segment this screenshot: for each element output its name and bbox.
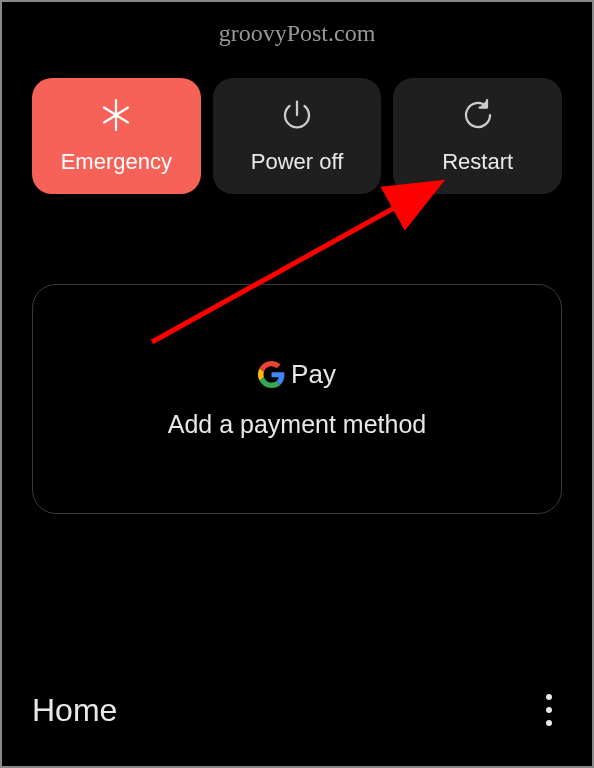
watermark-text: groovyPost.com <box>219 20 376 47</box>
dot-icon <box>546 720 552 726</box>
pay-brand-text: Pay <box>291 359 336 390</box>
medical-star-icon <box>98 97 134 139</box>
google-pay-logo: Pay <box>258 359 336 390</box>
dot-icon <box>546 694 552 700</box>
emergency-button[interactable]: Emergency <box>32 78 201 194</box>
power-icon <box>279 97 315 139</box>
dot-icon <box>546 707 552 713</box>
home-label: Home <box>32 692 117 729</box>
google-pay-card[interactable]: Pay Add a payment method <box>32 284 562 514</box>
power-off-button[interactable]: Power off <box>213 78 382 194</box>
more-options-button[interactable] <box>536 684 562 736</box>
power-off-label: Power off <box>251 149 344 175</box>
restart-icon <box>460 97 496 139</box>
restart-button[interactable]: Restart <box>393 78 562 194</box>
google-g-icon <box>258 361 285 388</box>
bottom-bar: Home <box>2 684 592 736</box>
restart-label: Restart <box>442 149 513 175</box>
add-payment-text: Add a payment method <box>168 410 427 439</box>
emergency-label: Emergency <box>61 149 172 175</box>
